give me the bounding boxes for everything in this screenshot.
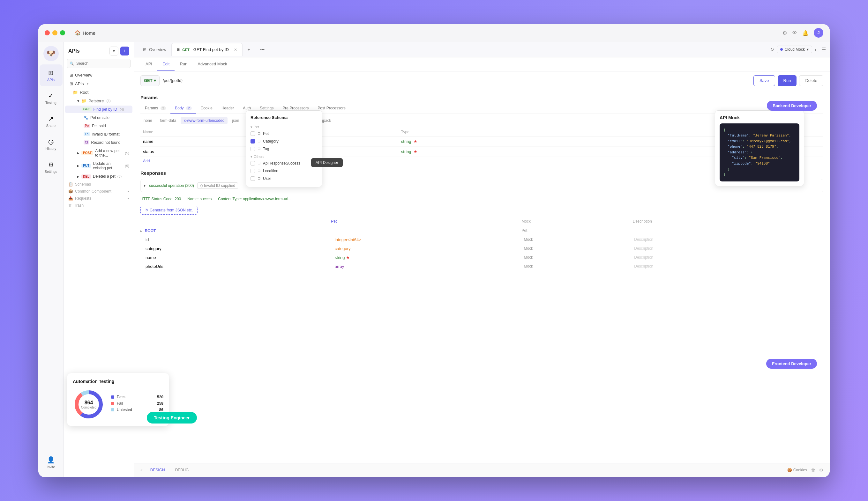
category-checkbox[interactable] (251, 139, 255, 143)
get-badge: GET (82, 107, 92, 111)
sync-icon[interactable]: ↻ (770, 47, 774, 52)
save-button[interactable]: Save (753, 75, 775, 86)
filter-button[interactable]: ▼ (109, 46, 118, 55)
tag-checkbox[interactable] (251, 147, 255, 151)
chevron-icon: ▾ (87, 82, 88, 85)
tab-api-icon: ⊞ (177, 47, 180, 52)
schemas-item[interactable]: 📋 Schemas (64, 181, 134, 188)
tab-overview[interactable]: ⊞ Overview (138, 43, 171, 56)
tree-item-apis[interactable]: ⊞ APIs ▾ (65, 80, 133, 88)
params-tab-body[interactable]: Body 2 (170, 103, 196, 114)
settings-bottom-icon[interactable]: ⚙ (819, 468, 823, 473)
bottom-tab-design[interactable]: DESIGN (148, 467, 168, 473)
tree-item-invalid-id[interactable]: Lo Invalid ID format (65, 130, 133, 138)
api-tab-api[interactable]: API (140, 57, 157, 71)
expand-arrow-icon[interactable]: ▸ (144, 183, 146, 188)
api-tab-advanced-mock[interactable]: Advanced Mock (192, 57, 232, 71)
petstore-folder-icon: 📁 (81, 98, 86, 103)
tree-item-delete-pet[interactable]: ▸ DEL Deletes a pet (3) (65, 172, 133, 181)
schema-apiresponse-icon: ⊡ (258, 161, 260, 165)
tree-item-root[interactable]: 📁 Root (65, 88, 133, 96)
automation-title: Automation Testing (73, 379, 164, 384)
params-tab-params[interactable]: Params 2 (140, 103, 170, 114)
sidebar-item-settings[interactable]: ⚙ Settings (40, 156, 63, 178)
trash-item[interactable]: 🗑 Trash (64, 202, 134, 209)
settings-icon[interactable]: ⚙ (783, 30, 787, 36)
tab-close[interactable]: ✕ (234, 47, 237, 52)
tab-more[interactable]: ••• (255, 43, 270, 56)
generate-btn[interactable]: ↻ Generate from JSON etc. (140, 206, 198, 215)
avatar[interactable]: J (814, 28, 823, 38)
schema-location[interactable]: ⊡ Localtion (251, 167, 317, 175)
maximize-button[interactable] (60, 30, 65, 35)
stat-pass: Pass 520 (111, 395, 164, 399)
sidebar-item-history[interactable]: ◷ History (40, 133, 63, 155)
response-row-category: category category Mock Description (140, 244, 823, 253)
common-component-item[interactable]: 📦 Common Component ▸ (64, 188, 134, 195)
params-title: Params (140, 95, 823, 100)
trash-icon: 🗑 (68, 203, 72, 207)
schema-category[interactable]: ⊡ Category (251, 137, 317, 145)
layout-icon[interactable]: ⊏ (815, 46, 819, 53)
others-section-header[interactable]: ▾ Others (251, 153, 317, 159)
schema-pet[interactable]: ⊡ Pet (251, 130, 317, 137)
sidebar-item-share[interactable]: ↗ Share (40, 110, 63, 132)
minimize-button[interactable] (52, 30, 57, 35)
root-expand[interactable]: ▸ (140, 229, 142, 233)
schema-tag[interactable]: ⊡ Tag (251, 145, 317, 153)
pet-section-header[interactable]: ▾ Pet (251, 123, 317, 130)
body-type-form-data[interactable]: form-data (157, 117, 179, 124)
tab-add[interactable]: + (242, 43, 255, 56)
response-row-name: name string ★ Mock Description (140, 253, 823, 262)
response-table: Pet Mock Description ▸ ROOT Pet (140, 218, 823, 271)
bottom-tab-debug[interactable]: DEBUG (172, 467, 191, 473)
search-input[interactable] (67, 59, 130, 68)
requests-item[interactable]: 📤 Requests ▸ (64, 195, 134, 202)
tree-item-overview[interactable]: ⊞ Overview (65, 71, 133, 79)
apis-tree-icon: ⊞ (70, 81, 73, 86)
run-button[interactable]: Run (778, 75, 797, 86)
body-type-none[interactable]: none (140, 117, 155, 124)
schema-user[interactable]: ⊡ User (251, 175, 317, 182)
location-checkbox[interactable] (251, 169, 255, 173)
del-badge: DEL (81, 174, 91, 179)
method-selector[interactable]: GET ▾ (140, 75, 159, 86)
cookies-link[interactable]: 🍪 Cookies (787, 468, 807, 472)
cloud-mock-selector[interactable]: Cloud Mock ▾ (777, 46, 812, 53)
params-tab-cookie[interactable]: Cookie (196, 103, 217, 114)
user-checkbox[interactable] (251, 177, 255, 181)
tree-item-find-pet[interactable]: GET Find pet by ID (4) (65, 106, 133, 113)
apiresponse-checkbox[interactable] (251, 161, 255, 166)
params-tab-header[interactable]: Header (217, 103, 238, 114)
api-tab-run[interactable]: Run (175, 57, 192, 71)
schema-apiresponse[interactable]: ⊡ ApiResponseSuccess (251, 159, 317, 167)
overview-tab-icon: ⊞ (143, 47, 146, 52)
home-link[interactable]: 🏠 Home (75, 30, 95, 36)
testing-icon: ✓ (48, 92, 54, 99)
tree-item-pet-on-sale[interactable]: 🐾 Pet on sale (65, 114, 133, 121)
sidebar-item-apis[interactable]: ⊞ APIs (40, 64, 63, 86)
sidebar-item-invite[interactable]: 👤 Invite (40, 451, 63, 473)
tree-item-petstore[interactable]: ▾ 📁 Petstore (4) (65, 97, 133, 105)
tree-item-update-pet[interactable]: ▸ PUT Update an existing pet (9) (65, 160, 133, 172)
tree-item-pet-sold[interactable]: Pe Pet sold (65, 122, 133, 130)
body-type-urlencoded[interactable]: x-www-form-urlencoded (181, 117, 228, 124)
trash-bottom-icon[interactable]: 🗑 (811, 468, 815, 473)
schema-tag-type-icon: ⊡ (258, 147, 260, 151)
collapse-arrow: ▾ (77, 98, 80, 103)
tree-item-add-pet[interactable]: ▸ POST Add a new pet to the... (5) (65, 147, 133, 159)
delete-button[interactable]: Delete (799, 75, 823, 86)
close-button[interactable] (45, 30, 50, 35)
menu-icon[interactable]: ☰ (822, 46, 826, 53)
sidebar-item-testing[interactable]: ✓ Testing (40, 87, 63, 109)
tab-find-pet[interactable]: ⊞ GET GET Find pet by ID ✕ (171, 43, 242, 56)
body-type-json[interactable]: json (229, 117, 242, 124)
api-tab-edit[interactable]: Edit (157, 57, 175, 71)
eye-icon[interactable]: 👁 (792, 30, 797, 36)
bell-icon[interactable]: 🔔 (802, 30, 809, 36)
add-button[interactable]: + (120, 46, 129, 55)
url-input[interactable] (163, 75, 750, 86)
param-type-cell: string ★ (399, 136, 742, 146)
tree-item-record-not-found[interactable]: Cl Record not found (65, 139, 133, 146)
pet-checkbox[interactable] (251, 131, 255, 136)
